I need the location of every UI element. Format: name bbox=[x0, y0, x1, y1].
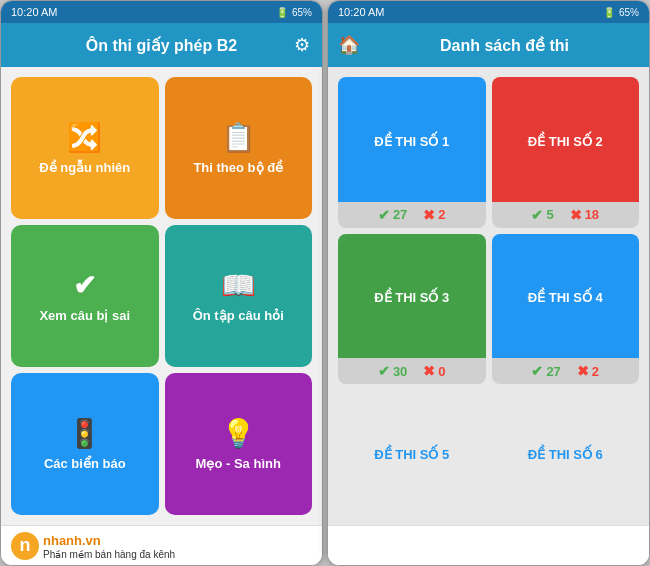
cross-icon: ✖ bbox=[577, 363, 589, 379]
exam-title-3: ĐỀ THI SỐ 3 bbox=[338, 234, 486, 359]
app-container: 10:20 AM 🔋 65% Ôn thi giấy phép B2 ⚙ 🔀 Đ… bbox=[0, 0, 650, 566]
stat-wrong-2: ✖ 18 bbox=[570, 207, 599, 223]
exam-stats-3: ✔ 30 ✖ 0 bbox=[338, 358, 486, 384]
cross-icon: ✖ bbox=[570, 207, 582, 223]
left-battery: 65% bbox=[292, 7, 312, 18]
right-header: 🏠 Danh sách đề thi bbox=[328, 23, 649, 67]
logo-letter: n bbox=[11, 532, 39, 560]
brand-tagline: Phần mềm bán hàng đa kênh bbox=[43, 549, 175, 560]
right-phone: 10:20 AM 🔋 65% 🏠 Danh sách đề thi ĐỀ THI… bbox=[327, 0, 650, 566]
menu-item-random[interactable]: 🔀 Đề ngẫu nhiên bbox=[11, 77, 159, 219]
exam-title-2: ĐỀ THI SỐ 2 bbox=[492, 77, 640, 202]
right-footer bbox=[328, 525, 649, 565]
exam-title-6: ĐỀ THI SỐ 6 bbox=[492, 390, 640, 515]
tips-icon: 💡 bbox=[221, 417, 256, 450]
right-header-title: Danh sách đề thi bbox=[370, 36, 639, 55]
stat-wrong-4: ✖ 2 bbox=[577, 363, 599, 379]
cross-icon: ✖ bbox=[423, 363, 435, 379]
exam-cell-1[interactable]: ĐỀ THI SỐ 1 ✔ 27 ✖ 2 bbox=[338, 77, 486, 228]
stat-wrong-3: ✖ 0 bbox=[423, 363, 445, 379]
exam-cell-6[interactable]: ĐỀ THI SỐ 6 bbox=[492, 390, 640, 515]
left-battery-icon: 🔋 bbox=[276, 7, 288, 18]
stat-correct-4: ✔ 27 bbox=[531, 363, 560, 379]
wrong-icon: ✔ bbox=[73, 269, 96, 302]
exam-stats-4: ✔ 27 ✖ 2 bbox=[492, 358, 640, 384]
footer-logo: n nhanh.vn Phần mềm bán hàng đa kênh bbox=[11, 531, 175, 560]
exam-title-1: ĐỀ THI SỐ 1 bbox=[338, 77, 486, 202]
menu-label-tips: Mẹo - Sa hình bbox=[196, 456, 281, 471]
left-time: 10:20 AM bbox=[11, 6, 57, 18]
right-status-bar: 10:20 AM 🔋 65% bbox=[328, 1, 649, 23]
menu-label-signs: Các biển báo bbox=[44, 456, 126, 471]
exam-cell-5[interactable]: ĐỀ THI SỐ 5 bbox=[338, 390, 486, 515]
menu-label-review: Ôn tập câu hỏi bbox=[193, 308, 284, 323]
by-set-icon: 📋 bbox=[221, 121, 256, 154]
exam-title-5: ĐỀ THI SỐ 5 bbox=[338, 390, 486, 515]
check-icon: ✔ bbox=[378, 363, 390, 379]
menu-item-wrong[interactable]: ✔ Xem câu bị sai bbox=[11, 225, 159, 367]
exam-grid: ĐỀ THI SỐ 1 ✔ 27 ✖ 2 ĐỀ THI SỐ 2 ✔ 5 ✖ 1… bbox=[328, 67, 649, 525]
exam-stats-2: ✔ 5 ✖ 18 bbox=[492, 202, 640, 228]
check-icon: ✔ bbox=[531, 363, 543, 379]
cross-icon: ✖ bbox=[423, 207, 435, 223]
left-header-title: Ôn thi giấy phép B2 bbox=[86, 36, 237, 55]
menu-item-by-set[interactable]: 📋 Thi theo bộ đề bbox=[165, 77, 313, 219]
right-battery-icon: 🔋 bbox=[603, 7, 615, 18]
random-icon: 🔀 bbox=[67, 121, 102, 154]
exam-cell-4[interactable]: ĐỀ THI SỐ 4 ✔ 27 ✖ 2 bbox=[492, 234, 640, 385]
signs-icon: 🚦 bbox=[67, 417, 102, 450]
left-phone: 10:20 AM 🔋 65% Ôn thi giấy phép B2 ⚙ 🔀 Đ… bbox=[0, 0, 323, 566]
check-icon: ✔ bbox=[531, 207, 543, 223]
menu-item-review[interactable]: 📖 Ôn tập câu hỏi bbox=[165, 225, 313, 367]
stat-correct-3: ✔ 30 bbox=[378, 363, 407, 379]
left-status-bar: 10:20 AM 🔋 65% bbox=[1, 1, 322, 23]
brand-name: nhanh.vn bbox=[43, 533, 101, 548]
exam-cell-3[interactable]: ĐỀ THI SỐ 3 ✔ 30 ✖ 0 bbox=[338, 234, 486, 385]
stat-wrong-1: ✖ 2 bbox=[423, 207, 445, 223]
stat-correct-2: ✔ 5 bbox=[531, 207, 553, 223]
review-icon: 📖 bbox=[221, 269, 256, 302]
exam-cell-2[interactable]: ĐỀ THI SỐ 2 ✔ 5 ✖ 18 bbox=[492, 77, 640, 228]
stat-correct-1: ✔ 27 bbox=[378, 207, 407, 223]
gear-icon[interactable]: ⚙ bbox=[294, 34, 310, 56]
right-time: 10:20 AM bbox=[338, 6, 384, 18]
right-battery: 65% bbox=[619, 7, 639, 18]
menu-item-tips[interactable]: 💡 Mẹo - Sa hình bbox=[165, 373, 313, 515]
left-header: Ôn thi giấy phép B2 ⚙ bbox=[1, 23, 322, 67]
exam-stats-1: ✔ 27 ✖ 2 bbox=[338, 202, 486, 228]
left-footer: n nhanh.vn Phần mềm bán hàng đa kênh bbox=[1, 525, 322, 565]
exam-title-4: ĐỀ THI SỐ 4 bbox=[492, 234, 640, 359]
menu-grid: 🔀 Đề ngẫu nhiên 📋 Thi theo bộ đề ✔ Xem c… bbox=[1, 67, 322, 525]
menu-label-random: Đề ngẫu nhiên bbox=[39, 160, 130, 175]
check-icon: ✔ bbox=[378, 207, 390, 223]
menu-label-by-set: Thi theo bộ đề bbox=[193, 160, 283, 175]
menu-label-wrong: Xem câu bị sai bbox=[39, 308, 130, 323]
home-icon[interactable]: 🏠 bbox=[338, 34, 360, 56]
menu-item-signs[interactable]: 🚦 Các biển báo bbox=[11, 373, 159, 515]
